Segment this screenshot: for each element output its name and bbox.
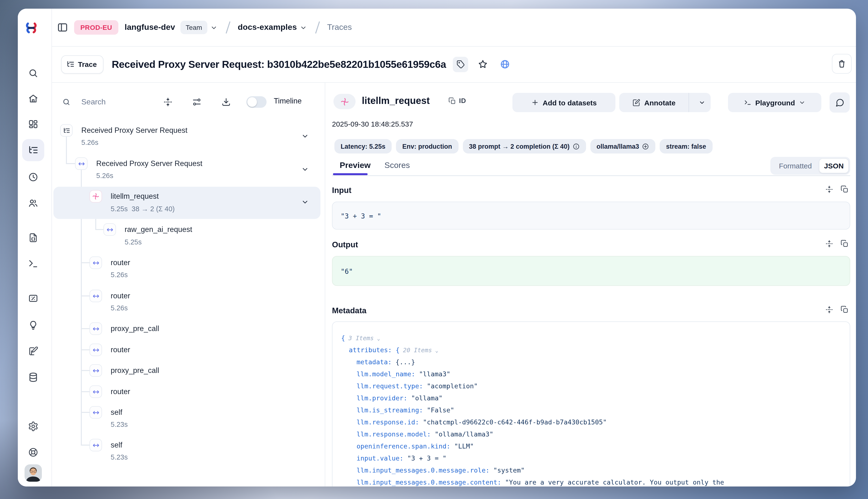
toggle-sidebar-icon[interactable] xyxy=(57,22,68,33)
chevron-down-icon[interactable] xyxy=(301,166,309,173)
download-icon[interactable] xyxy=(221,97,231,107)
info-icon[interactable] xyxy=(572,143,579,150)
view-mode-toggle: Formatted JSON xyxy=(770,157,850,175)
sidebar-playground-icon[interactable] xyxy=(28,258,38,269)
tree-row-self[interactable]: self 5.23s xyxy=(51,404,322,431)
search-icon xyxy=(62,98,71,106)
copy-section-icon[interactable] xyxy=(841,306,849,314)
plus-circle-icon[interactable] xyxy=(642,143,649,150)
tree-row-duration: 5.23s xyxy=(111,419,128,429)
tree-row-trace-root[interactable]: Received Proxy Server Request 5.26s xyxy=(51,122,322,150)
environment-badge: PROD-EU xyxy=(74,20,118,35)
breadcrumb-separator xyxy=(315,21,320,34)
comments-button[interactable] xyxy=(830,93,850,113)
annotate-button[interactable]: Annotate xyxy=(619,93,689,112)
json-line: llm.model_name:"llama3" xyxy=(356,368,450,380)
timeline-toggle[interactable] xyxy=(246,96,267,108)
star-icon[interactable] xyxy=(475,57,490,72)
json-line: input.value:"3 + 3 = " xyxy=(356,452,447,464)
sidebar-dashboard-icon[interactable] xyxy=(28,119,38,130)
span-arrows-icon xyxy=(103,223,116,236)
tag-icon[interactable] xyxy=(453,57,468,72)
search-input[interactable] xyxy=(81,96,154,108)
tree-row-litellm-selected[interactable]: litellm_request 5.25s 38 → 2 (Σ 40) xyxy=(53,187,320,219)
add-to-datasets-button[interactable]: Add to datasets xyxy=(512,93,615,112)
sidebar-users-icon[interactable] xyxy=(28,198,38,208)
formatted-option[interactable]: Formatted xyxy=(772,162,819,170)
span-arrows-icon xyxy=(89,406,102,419)
json-line[interactable]: {3 Items xyxy=(341,332,380,344)
output-section-heading: Output xyxy=(332,239,358,250)
annotate-pen-icon xyxy=(632,98,640,107)
tree-row-label: Received Proxy Server Request xyxy=(81,125,187,136)
sidebar-annotation-icon[interactable] xyxy=(28,346,38,356)
annotate-dropdown-chevron[interactable] xyxy=(693,93,711,112)
tree-row-duration: 5.26s xyxy=(81,138,98,147)
fold-section-icon[interactable] xyxy=(825,306,833,314)
tree-row-proxy-pre-call[interactable]: proxy_pre_call xyxy=(51,320,322,336)
user-avatar[interactable] xyxy=(25,464,42,482)
json-line[interactable]: metadata:{...} xyxy=(356,356,415,368)
observation-detail-panel: litellm_request ID Add to datasets Annot… xyxy=(325,82,856,486)
sidebar-search-icon[interactable] xyxy=(28,68,38,78)
copy-id-icon[interactable] xyxy=(449,97,456,105)
tree-row-router[interactable]: router xyxy=(51,341,322,356)
breadcrumb-separator xyxy=(225,21,231,34)
sidebar-datasets-icon[interactable] xyxy=(28,372,38,382)
tree-row-router[interactable]: router 5.26s xyxy=(51,287,322,315)
tree-row-label: router xyxy=(111,386,130,397)
sidebar-evaluation-icon[interactable] xyxy=(28,293,38,304)
fold-section-icon[interactable] xyxy=(825,185,833,193)
id-label[interactable]: ID xyxy=(459,97,466,105)
tab-preview[interactable]: Preview xyxy=(340,159,371,172)
delete-trace-button[interactable] xyxy=(832,54,852,74)
sidebar-tracing-icon[interactable] xyxy=(28,145,38,156)
sidebar-prompts-icon[interactable] xyxy=(28,232,38,243)
tab-scores[interactable]: Scores xyxy=(384,159,410,172)
tree-row-span[interactable]: Received Proxy Server Request 5.26s xyxy=(51,155,322,183)
json-option[interactable]: JSON xyxy=(819,158,849,173)
tree-row-raw-gen-ai[interactable]: raw_gen_ai_request 5.25s xyxy=(51,221,322,249)
tree-row-router[interactable]: router xyxy=(51,383,322,399)
sidebar-settings-icon[interactable] xyxy=(28,421,38,431)
chevron-down-icon xyxy=(799,99,806,106)
fold-section-icon[interactable] xyxy=(825,240,833,248)
globe-icon[interactable] xyxy=(497,57,512,72)
span-arrows-icon xyxy=(89,343,102,356)
tree-row-router[interactable]: router 5.26s xyxy=(51,254,322,282)
tree-row-label: self xyxy=(111,440,122,450)
copy-section-icon[interactable] xyxy=(841,185,849,193)
breadcrumb-project[interactable]: docs-examples xyxy=(238,23,297,32)
copy-section-icon[interactable] xyxy=(841,240,849,248)
tree-row-self[interactable]: self 5.23s xyxy=(51,436,322,464)
chevron-down-icon[interactable] xyxy=(301,198,309,206)
top-bar: PROD-EU langfuse-dev Team docs-examples … xyxy=(51,9,856,46)
json-line: openinference.span.kind:"LLM" xyxy=(356,440,474,452)
breadcrumb-current[interactable]: Traces xyxy=(327,23,352,32)
sidebar-insights-icon[interactable] xyxy=(28,320,38,331)
project-chevron-down-icon[interactable] xyxy=(300,24,307,31)
playground-button[interactable]: Playground xyxy=(728,93,821,112)
tree-row-duration: 5.26s xyxy=(111,303,128,313)
tree-row-duration: 5.25s xyxy=(125,237,142,247)
tree-row-label: Received Proxy Server Request xyxy=(96,158,202,169)
json-line[interactable]: attributes:{20 Items xyxy=(349,344,438,356)
observation-title: litellm_request xyxy=(362,94,430,107)
input-section-heading: Input xyxy=(332,184,352,196)
json-line: llm.request.type:"acompletion" xyxy=(356,380,478,392)
span-arrows-icon xyxy=(89,386,102,398)
tree-row-proxy-pre-call[interactable]: proxy_pre_call xyxy=(51,362,322,377)
chevron-down-icon[interactable] xyxy=(301,132,309,140)
sidebar-support-icon[interactable] xyxy=(28,447,38,458)
trace-tree-icon xyxy=(66,60,75,68)
tree-row-duration: 5.26s xyxy=(96,171,113,181)
sidebar-sessions-icon[interactable] xyxy=(28,172,38,182)
view-settings-icon[interactable] xyxy=(192,97,201,107)
collapse-all-icon[interactable] xyxy=(163,97,173,107)
org-chevron-down-icon[interactable] xyxy=(210,24,218,31)
sidebar-home-icon[interactable] xyxy=(28,93,38,104)
org-name[interactable]: langfuse-dev xyxy=(125,23,175,32)
app-window: PROD-EU langfuse-dev Team docs-examples … xyxy=(18,9,856,486)
terminal-icon xyxy=(744,99,751,106)
span-arrows-icon xyxy=(89,290,102,302)
